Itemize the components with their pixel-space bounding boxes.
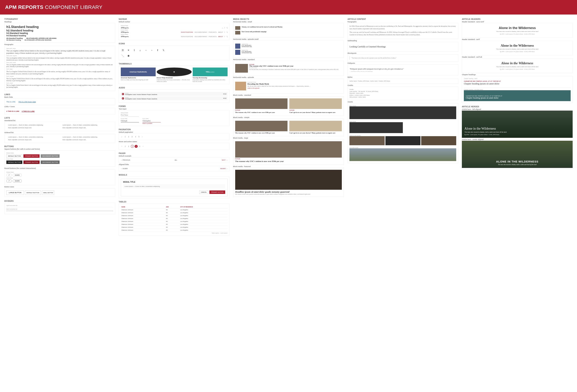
page-num[interactable]: 2: [127, 145, 130, 148]
media-h-small[interactable]: Gloomy, wet conditions forecast for most…: [235, 26, 342, 30]
page-num[interactable]: 1: [124, 145, 127, 148]
block-media-featured[interactable]: Headline ipsum sit amet dolor quado nonu…: [235, 170, 342, 195]
media-ep-small[interactable]: NAME TITLE K12: Minnesota's Achievement …: [235, 44, 342, 49]
navbar-hover: APMreports. INVESTIGATIONS DOCUMENTARIES…: [121, 31, 228, 34]
media-ep-small[interactable]: NAME TITLE K12: Minnesota's Achievement …: [235, 50, 342, 55]
nav-item[interactable]: ABOUT: [218, 32, 223, 33]
page-num[interactable]: 1: [124, 136, 127, 138]
nav-item[interactable]: INVESTIGATIONS: [181, 32, 193, 33]
text-input-default[interactable]: [121, 113, 139, 117]
listen-link[interactable]: Listen to this episode: [248, 88, 310, 89]
cancel-button[interactable]: CANCEL: [199, 190, 208, 194]
primary-button-hover[interactable]: PRIMARY BUTTON: [23, 161, 39, 164]
page-next[interactable]: ›: [141, 136, 144, 138]
round-icon-button-hover[interactable]: ↗: [6, 179, 12, 182]
secondary-button[interactable]: SECONDARY BUTTON: [41, 154, 59, 158]
audio-title: Investigative Leads: Investor Between Pe…: [125, 98, 222, 100]
share-button[interactable]: SHARE: [13, 174, 22, 177]
block-media[interactable]: FEATURE Can't get in to see your doctor?…: [289, 98, 342, 114]
page-num-hover[interactable]: 4: [135, 145, 138, 148]
nav-item[interactable]: DOCUMENTARIES: [194, 32, 207, 33]
large-button[interactable]: LARGE BUTTON: [6, 190, 24, 195]
podcast-icon: ◉: [127, 54, 130, 57]
thumbnail[interactable]: TRD89.3 KPCC Tuesday Reviewsday Expectat…: [193, 68, 228, 82]
modal: MODAL TITLE Lorem ipsum — Cover mi diam,…: [121, 179, 228, 196]
round-icon-button[interactable]: ↗: [6, 174, 12, 177]
media-h-small[interactable]: Ken Carson ends presidential campaign: [235, 31, 342, 35]
article-hero-center: ALONE IN THE WILDERNESS The man who move…: [462, 141, 573, 168]
header-sub: The man who moved to Alaska, built a cab…: [464, 66, 571, 68]
nav-facebook-icon[interactable]: f: [224, 32, 225, 33]
nav-twitter-icon[interactable]: 𝕏: [226, 32, 228, 33]
nav-twitter-icon[interactable]: 𝕏: [226, 27, 228, 29]
pager-newer[interactable]: NEWER →: [220, 168, 228, 169]
page-prev[interactable]: ‹: [121, 136, 123, 138]
page-num[interactable]: 5: [138, 136, 140, 138]
thumbnail[interactable]: ⊗ Dinner Party Download A fast and funny…: [157, 68, 192, 82]
audio-player[interactable]: AUDIO Investigative Leads: Investor Betw…: [121, 96, 228, 100]
block-media-large[interactable]: FEATURE The reasons why USC's tuition is…: [235, 141, 342, 163]
page-num[interactable]: 2: [127, 136, 130, 138]
media-h-episode[interactable]: PODCAST TITLE Decoding the Math Myth We …: [235, 82, 342, 90]
primary-action-button[interactable]: PRIMARY ACTION: [209, 190, 225, 194]
page-next[interactable]: ›: [142, 145, 144, 148]
nav-search-icon[interactable]: ⌕: [222, 27, 223, 29]
header-sub: The man who moved to Alaska, built a cab…: [464, 31, 571, 32]
nav-item[interactable]: PODCASTS: [209, 36, 217, 37]
page-prev[interactable]: ‹: [121, 145, 123, 148]
text-input-focus[interactable]: [121, 119, 139, 122]
nav-item[interactable]: PODCASTS: [209, 32, 217, 33]
icon-link-hover[interactable]: ♥ THIS IS A LINK: [22, 110, 35, 112]
share-button-hover[interactable]: SHARE: [13, 179, 22, 182]
nav-facebook-icon[interactable]: f: [224, 27, 225, 29]
thumbnail[interactable]: American RadioWorks American Radioworks …: [121, 68, 156, 82]
nav-item[interactable]: ABOUT: [218, 36, 223, 37]
header-title: Alone in the Wilderness: [464, 61, 571, 65]
page-num[interactable]: 4: [134, 136, 137, 138]
navbar-brand[interactable]: APMreports.: [121, 27, 129, 29]
article-header-serif-alt: Alone in the Wilderness The man who move…: [462, 58, 573, 73]
h2-sample: h2.Standard heading: [6, 29, 113, 32]
primary-button[interactable]: PRIMARY BUTTON: [23, 154, 39, 158]
component-grid: TYPOGRAPHY Headings h1.Standard heading …: [0, 15, 577, 239]
page-num[interactable]: 3: [131, 136, 134, 138]
block-media[interactable]: The reasons why USC's tuition is now ove…: [235, 121, 288, 134]
h5u-sample: H5.STANDARD UPPERCASE HEADING: [26, 37, 56, 39]
media-title: The reasons why USC's tuition is now ove…: [235, 160, 342, 163]
page-num-active[interactable]: 3: [131, 145, 134, 148]
nav-item[interactable]: INVESTIGATIONS: [181, 36, 193, 37]
media-image: [235, 170, 342, 190]
pager-all[interactable]: ALL: [175, 159, 177, 161]
media-h-standard[interactable]: FEATURE The reasons why USC's tuition is…: [235, 64, 342, 73]
play-icon[interactable]: [122, 97, 124, 100]
block-media[interactable]: Can't get in to see your doctor? Many pa…: [289, 121, 342, 134]
text-input-error[interactable]: [143, 119, 161, 122]
default-size-button[interactable]: DEFAULT BUTTON: [25, 190, 41, 195]
table-row: Shannon Johnson43Los Angeles: [121, 211, 228, 214]
play-icon[interactable]: [122, 93, 124, 95]
page-num[interactable]: 5: [138, 145, 141, 148]
default-button[interactable]: DEFAULT BUTTON: [6, 154, 22, 158]
credits: Credits Lead reporter · The reporter · M…: [347, 87, 458, 100]
pullquote: "Pullquote ipsum tollit numquam incorrup…: [349, 67, 456, 73]
nav-twitter-icon[interactable]: 𝕏: [226, 36, 228, 37]
small-button[interactable]: SMALL BUTTON: [42, 190, 54, 195]
nav-facebook-icon[interactable]: f: [224, 36, 225, 37]
sub-hm-standard: Horizontal media - standard: [233, 59, 344, 61]
default-button-hover[interactable]: DEFAULT BUTTON: [6, 161, 22, 164]
media-image: [289, 121, 342, 131]
basic-link-hover[interactable]: This is a link hover state: [18, 101, 36, 103]
media-thumb: [235, 82, 246, 90]
audio-player[interactable]: AUDIO Investigative Leads: Investor Betw…: [121, 92, 228, 96]
icon-link[interactable]: ♥ THIS IS A LINK: [6, 110, 19, 112]
nav-item[interactable]: DOCUMENTARIES: [194, 36, 207, 37]
pager-next[interactable]: NEXT →: [222, 159, 227, 161]
secondary-button-hover[interactable]: SECONDARY BUTTON: [41, 161, 59, 164]
pager-older[interactable]: ← OLDER: [121, 168, 128, 169]
basic-link[interactable]: This is a link: [6, 101, 15, 103]
navbar-brand[interactable]: APMreports.: [121, 32, 129, 33]
pager-prev[interactable]: ← PREVIOUS: [121, 159, 130, 161]
block-media[interactable]: FEATURE The reasons why USC's tuition is…: [235, 98, 288, 114]
sub-bm-large: Block media - large: [233, 137, 344, 139]
navbar-brand[interactable]: APMreports.: [121, 36, 129, 37]
